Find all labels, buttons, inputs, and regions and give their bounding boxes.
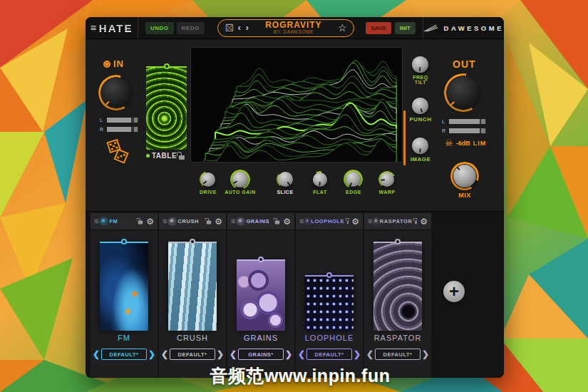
module-menu-icon[interactable]: ≡ bbox=[231, 217, 235, 225]
module-menu-icon[interactable]: ≡ bbox=[163, 217, 167, 225]
next-variant-button[interactable]: ❯ bbox=[422, 350, 429, 359]
add-module-button[interactable]: + bbox=[443, 281, 465, 302]
prev-variant-button[interactable]: ❮ bbox=[161, 350, 168, 359]
image-label: IMAGE bbox=[405, 156, 436, 163]
module-preset-select[interactable]: DEFAULT* bbox=[375, 349, 421, 360]
gear-icon[interactable]: ⚙ bbox=[146, 217, 154, 226]
next-variant-button[interactable]: ❯ bbox=[285, 350, 292, 359]
module-slider-handle[interactable] bbox=[258, 257, 264, 262]
random-preset-dice-icon[interactable]: ⚄ bbox=[225, 23, 234, 33]
module-menu-icon[interactable]: ≡ bbox=[368, 217, 372, 225]
module-header[interactable]: ≡ LOOPHOLE ⚙ bbox=[296, 213, 363, 230]
next-preset-button[interactable]: › bbox=[245, 24, 249, 32]
prev-variant-button[interactable]: ❮ bbox=[298, 350, 305, 359]
gear-icon[interactable]: ⚙ bbox=[420, 217, 428, 226]
out-gain-knob[interactable] bbox=[444, 73, 483, 112]
preset-browser[interactable]: ⚄ ‹ › ROGRAVITY BY: DAWESOME ☆ bbox=[217, 19, 355, 37]
next-variant-button[interactable]: ❯ bbox=[217, 350, 224, 359]
prev-variant-button[interactable]: ❮ bbox=[366, 350, 373, 359]
edge-knob[interactable] bbox=[344, 170, 363, 189]
module-thumbnail[interactable] bbox=[237, 261, 285, 331]
next-variant-button[interactable]: ❯ bbox=[148, 350, 155, 359]
quill-icon bbox=[423, 24, 439, 32]
randomize-dice-icon[interactable]: ⚄ ⚂ bbox=[105, 139, 134, 169]
in-meter-left: L bbox=[100, 118, 138, 123]
module-preset-select[interactable]: DEFAULT* bbox=[170, 349, 215, 360]
module-thumbnail[interactable] bbox=[168, 243, 217, 331]
table-slider-handle[interactable] bbox=[164, 63, 170, 69]
table-lock-icon[interactable] bbox=[179, 155, 185, 160]
undo-button[interactable]: UNDO bbox=[145, 22, 174, 34]
preset-name[interactable]: ROGRAVITY bbox=[265, 21, 321, 29]
module-slider[interactable] bbox=[100, 242, 148, 243]
favorite-star-icon[interactable]: ☆ bbox=[338, 23, 347, 33]
flat-knob[interactable] bbox=[311, 171, 329, 188]
module-lock-icon[interactable] bbox=[416, 221, 417, 225]
out-meter-left: L bbox=[442, 119, 486, 124]
freq-tilt-knob[interactable] bbox=[412, 56, 428, 73]
module-power-dot[interactable] bbox=[375, 219, 376, 224]
redo-button[interactable]: REDO bbox=[177, 22, 205, 34]
module-lock-icon[interactable] bbox=[138, 221, 143, 225]
limiter-label: LIM bbox=[473, 140, 487, 147]
gear-icon[interactable]: ⚙ bbox=[351, 217, 359, 226]
module-slider-handle[interactable] bbox=[121, 239, 127, 244]
module-preset-select[interactable]: DEFAULT* bbox=[306, 349, 352, 360]
module-lock-icon[interactable] bbox=[207, 221, 211, 225]
limiter-threshold[interactable]: -6dB bbox=[456, 140, 470, 147]
module-slider[interactable] bbox=[237, 259, 285, 261]
module-lock-icon[interactable] bbox=[275, 221, 279, 225]
module-power-dot[interactable] bbox=[306, 219, 308, 224]
module-preset-select[interactable]: DEFAULT* bbox=[101, 349, 147, 360]
punch-knob[interactable] bbox=[412, 98, 428, 114]
module-slider[interactable] bbox=[373, 242, 422, 243]
in-led-icon[interactable] bbox=[103, 61, 110, 68]
module-power-dot[interactable] bbox=[170, 219, 175, 224]
drive-knob[interactable] bbox=[200, 171, 217, 188]
module-header[interactable]: ≡ FM ⚙ bbox=[91, 213, 158, 230]
gear-icon[interactable]: ⚙ bbox=[283, 217, 291, 226]
wavetable-thumbnail[interactable] bbox=[146, 68, 187, 150]
module-preset-select[interactable]: GRAINS* bbox=[238, 349, 284, 360]
module-header[interactable]: ≡ CRUSH ⚙ bbox=[159, 213, 226, 230]
module-slider[interactable] bbox=[168, 242, 217, 243]
module-thumbnail[interactable] bbox=[100, 243, 148, 331]
module-thumbnail[interactable] bbox=[373, 243, 422, 331]
wavetable-display[interactable] bbox=[190, 47, 403, 163]
module-slider-handle[interactable] bbox=[326, 272, 332, 278]
gear-icon[interactable]: ⚙ bbox=[215, 217, 222, 226]
module-slider[interactable] bbox=[305, 275, 354, 277]
slice-knob[interactable] bbox=[277, 170, 294, 188]
prev-variant-button[interactable]: ❮ bbox=[93, 350, 100, 359]
module-menu-icon[interactable]: ≡ bbox=[94, 217, 98, 225]
table-position-slider[interactable] bbox=[146, 66, 187, 68]
limiter-control[interactable]: ☠ -6dB LIM bbox=[445, 138, 486, 148]
warp-knob[interactable] bbox=[378, 171, 396, 188]
module-slider-handle[interactable] bbox=[190, 239, 195, 244]
module-power-dot[interactable] bbox=[101, 219, 106, 224]
module-grains: ≡ GRAINS ⚙ GRAINS ❮ GRAINS* ❯ bbox=[227, 213, 294, 377]
module-menu-icon[interactable]: ≡ bbox=[299, 217, 304, 225]
module-header[interactable]: ≡ RASPATOR ⚙ bbox=[364, 213, 431, 230]
auto-gain-label: AUTO GAIN bbox=[222, 190, 259, 195]
save-button[interactable]: SAVE bbox=[366, 22, 391, 34]
auto-gain-knob[interactable] bbox=[230, 170, 250, 190]
module-thumbnail[interactable] bbox=[305, 277, 354, 331]
init-button[interactable]: INIT bbox=[395, 22, 416, 34]
module-header[interactable]: ≡ GRAINS ⚙ bbox=[227, 213, 294, 230]
flat-label: FLAT bbox=[304, 190, 336, 195]
module-power-dot[interactable] bbox=[238, 219, 243, 224]
next-variant-button[interactable]: ❯ bbox=[354, 350, 361, 359]
menu-icon[interactable]: ≡ bbox=[91, 23, 96, 33]
edge-label: EDGE bbox=[338, 190, 369, 195]
prev-preset-button[interactable]: ‹ bbox=[237, 24, 242, 32]
prev-variant-button[interactable]: ❮ bbox=[229, 350, 237, 359]
module-lock-icon[interactable] bbox=[347, 221, 349, 225]
mix-knob[interactable] bbox=[450, 162, 479, 190]
table-bullet-icon[interactable] bbox=[146, 154, 150, 158]
module-raspator: ≡ RASPATOR ⚙ RASPATOR ❮ DEFAULT* ❯ bbox=[364, 213, 431, 377]
in-gain-knob[interactable] bbox=[98, 75, 134, 110]
app-logo[interactable]: ≡ HATE bbox=[86, 17, 138, 38]
module-slider-handle[interactable] bbox=[395, 239, 401, 244]
image-knob[interactable] bbox=[412, 138, 428, 154]
